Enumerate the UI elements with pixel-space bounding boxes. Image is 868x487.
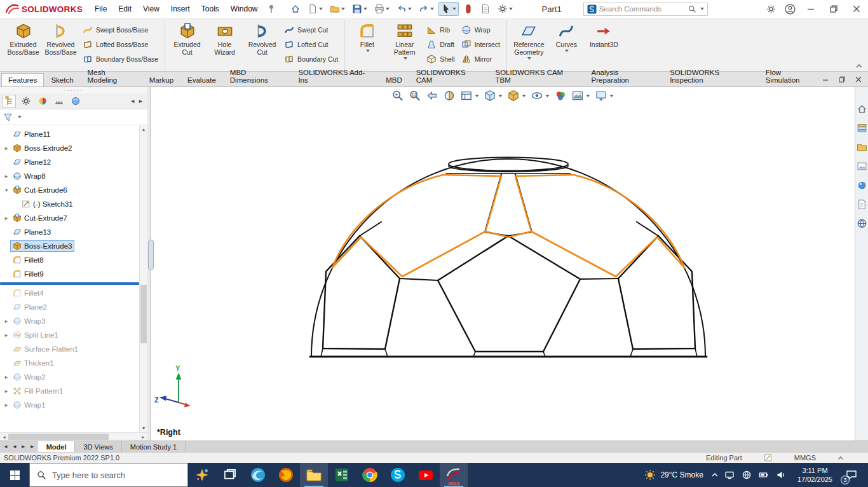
expand-collapsed-icon[interactable]: ▸ xyxy=(3,173,10,179)
draft-button[interactable]: Draft xyxy=(426,39,454,50)
doc-close-icon[interactable] xyxy=(855,76,862,83)
expand-collapsed-icon[interactable]: ▸ xyxy=(3,388,10,394)
view-palette-button[interactable] xyxy=(857,161,867,174)
scroll-thumb[interactable] xyxy=(8,434,109,440)
task-pane-home-button[interactable] xyxy=(857,104,867,116)
hole-wizard-button[interactable]: Hole Wizard xyxy=(206,20,243,69)
graphics-viewport[interactable]: Y Z *Right xyxy=(151,87,855,441)
rollback-bar[interactable] xyxy=(0,282,139,285)
doc-minimize-icon[interactable] xyxy=(822,76,829,83)
fillet-button[interactable]: Fillet xyxy=(348,20,386,69)
youtube-taskbar-button[interactable] xyxy=(412,463,440,487)
expand-collapsed-icon[interactable]: ▸ xyxy=(3,145,10,151)
undo-button[interactable] xyxy=(394,2,414,16)
tree-item-fillet8[interactable]: Fillet8 xyxy=(0,253,139,267)
tree-item-surface-flatten1[interactable]: Surface-Flatten1 xyxy=(0,342,139,356)
last-tab-icon[interactable]: ► xyxy=(29,444,36,449)
save-button[interactable] xyxy=(349,2,370,16)
tree-item-fillet4[interactable]: Fillet4 xyxy=(0,286,139,300)
firefox-taskbar-button[interactable] xyxy=(272,463,300,487)
rebuild-button[interactable] xyxy=(461,2,476,16)
swept-boss-base-button[interactable]: Swept Boss/Base xyxy=(83,25,158,35)
selected-edges[interactable] xyxy=(332,175,684,277)
tree-item-thicken1[interactable]: Thicken1 xyxy=(0,356,139,370)
tab-markup[interactable]: Markup xyxy=(142,73,180,86)
tree-vertical-scrollbar[interactable]: ▲ ▼ xyxy=(139,125,147,432)
tray-expand-icon[interactable] xyxy=(711,472,719,478)
rib-button[interactable]: Rib xyxy=(426,25,454,35)
tree-item-cut-extrude6[interactable]: ▾Cut-Extrude6 xyxy=(0,183,139,197)
network-globe-icon[interactable] xyxy=(742,470,752,480)
taskbar-search-box[interactable]: Type here to search xyxy=(29,463,188,487)
section-view-button[interactable] xyxy=(444,90,456,102)
boundary-boss-base-button[interactable]: Boundary Boss/Base xyxy=(83,54,158,64)
tree-item-plane2[interactable]: Plane2 xyxy=(0,300,139,314)
battery-icon[interactable] xyxy=(759,470,769,480)
edge-taskbar-button[interactable] xyxy=(244,463,272,487)
lofted-boss-base-button[interactable]: Lofted Boss/Base xyxy=(83,39,158,50)
excel-taskbar-button[interactable] xyxy=(328,463,356,487)
menu-window[interactable]: Window xyxy=(225,2,264,16)
menu-edit[interactable]: Edit xyxy=(112,2,137,16)
expand-collapsed-icon[interactable]: ▸ xyxy=(3,215,10,221)
3d-drawing-view-button[interactable] xyxy=(461,90,479,102)
previous-view-button[interactable] xyxy=(426,90,438,102)
scroll-left-icon[interactable]: ◄ xyxy=(130,98,135,104)
menu-file[interactable]: File xyxy=(89,2,112,16)
open-button[interactable] xyxy=(327,2,348,16)
displaymanager-tab[interactable] xyxy=(69,95,82,108)
expand-collapsed-icon[interactable]: ▸ xyxy=(3,318,10,324)
tree-item-wrap8[interactable]: ▸Wrap8 xyxy=(0,169,139,183)
tab-mbd[interactable]: MBD xyxy=(379,73,409,86)
intersect-button[interactable]: Intersect xyxy=(461,39,500,50)
tree-item-plane12[interactable]: Plane12 xyxy=(0,155,139,169)
cortana-button[interactable] xyxy=(188,463,216,487)
panel-splitter-handle[interactable] xyxy=(148,240,154,270)
tree-item-fillet9[interactable]: Fillet9 xyxy=(0,267,139,281)
tab-features[interactable]: Features xyxy=(1,73,44,86)
start-button[interactable] xyxy=(0,463,29,487)
curves-button[interactable]: Curves xyxy=(548,20,585,69)
shell-button[interactable]: Shell xyxy=(426,54,454,64)
tab-mbd-dimensions[interactable]: MBD Dimensions xyxy=(223,65,292,86)
zoom-fit-button[interactable] xyxy=(392,90,404,102)
mirror-button[interactable]: Mirror xyxy=(461,54,500,64)
swept-cut-button[interactable]: Swept Cut xyxy=(284,25,338,35)
command-search-box[interactable] xyxy=(583,3,708,16)
chevron-down-icon[interactable] xyxy=(18,116,22,118)
tree-horizontal-scrollbar[interactable]: ◄ ► xyxy=(0,432,147,441)
tab-solidworks-cam-tbm[interactable]: SOLIDWORKS CAM TBM xyxy=(488,65,584,86)
doc-tab-3d-views[interactable]: 3D Views xyxy=(75,441,121,452)
solidworks-forum-button[interactable] xyxy=(857,218,867,231)
view-orientation-button[interactable] xyxy=(484,90,503,102)
wrap-button[interactable]: Wrap xyxy=(461,25,500,35)
file-explorer-pane-button[interactable] xyxy=(857,142,867,154)
scroll-left-icon[interactable]: ◄ xyxy=(0,433,8,441)
options-button[interactable] xyxy=(495,2,515,16)
custom-properties-button[interactable] xyxy=(857,199,867,212)
minimize-button[interactable] xyxy=(799,0,822,18)
scroll-right-icon[interactable]: ► xyxy=(139,433,147,441)
doc-tab-motion-study-1[interactable]: Motion Study 1 xyxy=(122,441,186,452)
first-tab-icon[interactable]: ◄ xyxy=(3,444,9,449)
tree-item-plane13[interactable]: Plane13 xyxy=(0,225,139,239)
view-settings-button[interactable] xyxy=(595,90,614,102)
display-style-button[interactable] xyxy=(508,90,526,102)
collapse-ribbon-icon[interactable] xyxy=(855,63,863,69)
propertymanager-tab[interactable] xyxy=(19,95,32,108)
volume-icon[interactable] xyxy=(776,470,786,480)
user-profile-icon[interactable] xyxy=(780,0,799,18)
scroll-down-icon[interactable]: ▼ xyxy=(140,424,147,432)
tree-filter[interactable] xyxy=(0,109,147,125)
status-expand-icon[interactable] xyxy=(837,455,844,461)
tree-item-boss-extrude3[interactable]: Boss-Extrude3 xyxy=(0,239,139,253)
tree-item-boss-extrude2[interactable]: ▸Boss-Extrude2 xyxy=(0,141,139,155)
menu-tools[interactable]: Tools xyxy=(196,2,225,16)
dimxpert-tab[interactable] xyxy=(52,95,65,108)
tab-evaluate[interactable]: Evaluate xyxy=(180,73,223,86)
tab-mesh-modeling[interactable]: Mesh Modeling xyxy=(81,65,142,86)
new-document-button[interactable] xyxy=(305,2,325,16)
close-button[interactable] xyxy=(845,0,868,18)
menu-view[interactable]: View xyxy=(137,2,165,16)
design-library-button[interactable] xyxy=(857,123,867,135)
